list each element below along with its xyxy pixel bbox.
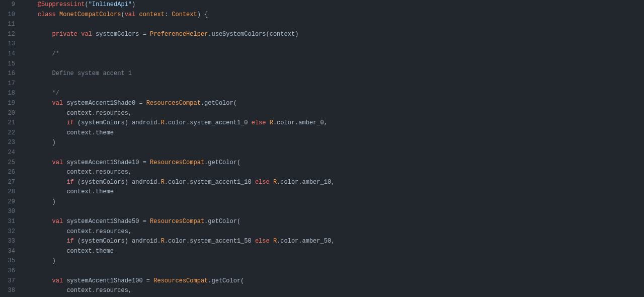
token: systemAccent1Shade100 <box>63 277 146 284</box>
token: ) { <box>197 11 208 18</box>
token <box>270 238 273 245</box>
token: val <box>23 277 63 284</box>
code-line[interactable]: if (systemColors) android.R.color.system… <box>23 178 644 188</box>
code-line[interactable]: context.resources, <box>23 168 644 178</box>
token: if <box>23 119 74 126</box>
token: R <box>161 179 165 186</box>
code-line[interactable]: context.resources, <box>23 109 644 119</box>
code-line[interactable]: context.theme <box>23 247 644 257</box>
line-number[interactable]: 18 <box>0 89 15 99</box>
line-number[interactable]: 36 <box>0 266 15 276</box>
line-number[interactable]: 30 <box>0 207 15 217</box>
token: .getColor( <box>201 100 237 107</box>
code-line[interactable]: @SuppressLint("InlinedApi") <box>23 0 644 10</box>
token: = <box>143 159 146 166</box>
code-line[interactable]: private val systemColors = PreferenceHel… <box>23 30 644 40</box>
line-number[interactable]: 28 <box>0 187 15 197</box>
token: .color.system_accent1_10 <box>165 179 255 186</box>
token: val <box>23 218 63 225</box>
token: ) <box>132 1 135 8</box>
token: private <box>23 31 77 38</box>
line-number[interactable]: 31 <box>0 217 15 227</box>
token: if <box>23 238 74 245</box>
line-number[interactable]: 10 <box>0 10 15 20</box>
line-number[interactable]: 17 <box>0 79 15 89</box>
line-number[interactable]: 19 <box>0 99 15 109</box>
token: ResourcesCompat <box>153 277 208 284</box>
line-number[interactable]: 13 <box>0 39 15 49</box>
token: MonetCompatColors <box>59 11 121 18</box>
token: ) <box>23 139 56 146</box>
line-number[interactable]: 34 <box>0 247 15 257</box>
line-number[interactable]: 12 <box>0 30 15 40</box>
line-number[interactable]: 29 <box>0 197 15 207</box>
code-line[interactable]: context.resources, <box>23 227 644 237</box>
token: systemAccent1Shade50 <box>63 218 142 225</box>
code-line[interactable] <box>23 39 644 49</box>
line-number[interactable]: 16 <box>0 69 15 79</box>
token: .color.amber_10, <box>277 179 335 186</box>
token: (systemColors) android. <box>74 238 161 245</box>
token: R <box>270 119 273 126</box>
code-line[interactable]: if (systemColors) android.R.color.system… <box>23 237 644 247</box>
token: ResourcesCompat <box>150 159 204 166</box>
line-number[interactable]: 27 <box>0 178 15 188</box>
token: if <box>23 179 74 186</box>
code-line[interactable] <box>23 148 644 158</box>
token <box>146 218 150 225</box>
line-number[interactable]: 20 <box>0 109 15 119</box>
token: else <box>252 119 266 126</box>
code-line[interactable]: val systemAccent1Shade10 = ResourcesComp… <box>23 158 644 168</box>
token: Define system accent 1 <box>23 70 132 77</box>
line-number[interactable]: 23 <box>0 138 15 148</box>
code-line[interactable]: context.theme <box>23 187 644 197</box>
code-line[interactable]: class MonetCompatColors(val context: Con… <box>23 10 644 20</box>
code-line[interactable]: ) <box>23 138 644 148</box>
code-line[interactable]: */ <box>23 89 644 99</box>
line-number[interactable]: 9 <box>0 0 15 10</box>
line-number[interactable]: 25 <box>0 158 15 168</box>
token: context.theme <box>23 129 114 136</box>
token: context.resources, <box>23 169 132 176</box>
code-viewer: 9101112131415161718192021222324252627282… <box>0 0 644 296</box>
code-line[interactable]: val systemAccent1Shade100 = ResourcesCom… <box>23 276 644 286</box>
code-line[interactable]: ) <box>23 256 644 266</box>
token: context.theme <box>23 188 114 195</box>
code-line[interactable]: context.resources, <box>23 286 644 296</box>
code-content[interactable]: @SuppressLint("InlinedApi") class MonetC… <box>20 0 644 296</box>
line-number[interactable]: 14 <box>0 49 15 59</box>
line-number[interactable]: 33 <box>0 237 15 247</box>
token <box>56 11 59 18</box>
token: ) <box>23 198 56 205</box>
line-number[interactable]: 38 <box>0 286 15 296</box>
token: systemColors <box>92 31 143 38</box>
line-number[interactable]: 15 <box>0 59 15 69</box>
code-line[interactable] <box>23 59 644 69</box>
code-line[interactable]: val systemAccent1Shade0 = ResourcesCompa… <box>23 99 644 109</box>
token: : <box>165 11 172 18</box>
line-number[interactable]: 37 <box>0 276 15 286</box>
code-line[interactable]: if (systemColors) android.R.color.system… <box>23 118 644 128</box>
code-line[interactable] <box>23 207 644 217</box>
line-number[interactable]: 32 <box>0 227 15 237</box>
line-number[interactable]: 22 <box>0 128 15 138</box>
code-line[interactable] <box>23 79 644 89</box>
code-line[interactable] <box>23 20 644 30</box>
code-line[interactable]: ) <box>23 197 644 207</box>
code-line[interactable]: context.theme <box>23 128 644 138</box>
line-number[interactable]: 35 <box>0 256 15 266</box>
token <box>146 159 150 166</box>
token: val <box>23 100 63 107</box>
line-number[interactable]: 11 <box>0 20 15 30</box>
code-line[interactable]: Define system accent 1 <box>23 69 644 79</box>
code-line[interactable] <box>23 266 644 276</box>
code-line[interactable]: val systemAccent1Shade50 = ResourcesComp… <box>23 217 644 227</box>
token: @SuppressLint <box>23 1 85 8</box>
code-line[interactable]: /* <box>23 49 644 59</box>
token: context.resources, <box>23 287 132 294</box>
line-number[interactable]: 26 <box>0 168 15 178</box>
line-number[interactable]: 24 <box>0 148 15 158</box>
token: else <box>255 179 270 186</box>
line-number[interactable]: 21 <box>0 118 15 128</box>
token: val <box>23 159 63 166</box>
